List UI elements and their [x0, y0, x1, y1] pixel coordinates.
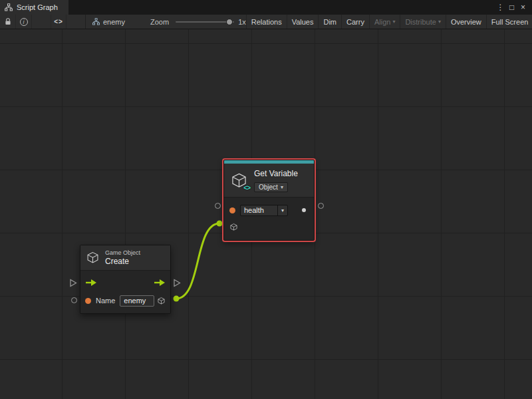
info-button[interactable]: i — [16, 15, 32, 29]
title-bar: Script Graph ⋮ □ × — [0, 0, 532, 15]
flow-input-port[interactable] — [69, 279, 77, 287]
dim-button[interactable]: Dim — [318, 15, 341, 29]
values-button[interactable]: Values — [287, 15, 319, 29]
script-graph-asset-icon — [92, 18, 100, 25]
tab-title: Script Graph — [17, 3, 58, 11]
zoom-slider-knob[interactable] — [226, 19, 233, 25]
flow-output-port[interactable] — [173, 279, 181, 287]
graph-canvas[interactable]: <> Get Variable Object ▾ health ▾ — [0, 29, 532, 399]
variable-name-row: health ▾ — [224, 201, 314, 219]
zoom-label: Zoom — [150, 18, 169, 26]
name-value-port[interactable] — [71, 297, 77, 303]
value-output-port[interactable] — [318, 203, 324, 209]
tab-script-graph[interactable]: Script Graph — [0, 0, 68, 15]
script-graph-window: Script Graph ⋮ □ × i <> — [0, 0, 532, 399]
get-variable-node[interactable]: <> Get Variable Object ▾ health ▾ — [223, 160, 315, 241]
value-output-dot[interactable] — [302, 208, 306, 212]
lock-icon — [5, 18, 11, 25]
object-input-cube-icon[interactable] — [229, 223, 238, 231]
name-parameter-row: Name enemy — [80, 292, 170, 309]
graph-name: enemy — [103, 18, 125, 26]
object-input-row — [224, 219, 314, 235]
zoom-value: 1x — [238, 18, 246, 26]
carry-button[interactable]: Carry — [341, 15, 369, 29]
full-screen-button[interactable]: Full Screen — [486, 15, 532, 29]
zoom-slider-track — [176, 21, 234, 23]
toolbar-left: i <> enemy Zoom 1x — [0, 15, 246, 29]
graph-reference[interactable]: enemy — [86, 18, 132, 26]
chevron-down-icon: ▾ — [281, 207, 284, 213]
code-icon: <> — [54, 18, 63, 25]
zoom-slider[interactable] — [176, 19, 234, 25]
align-button[interactable]: Align ▾ — [369, 15, 400, 29]
get-variable-body: health ▾ — [224, 197, 314, 240]
chevron-down-icon: ▾ — [392, 19, 395, 25]
get-variable-header: <> Get Variable Object ▾ — [224, 164, 314, 197]
create-node-header: Game Object Create — [80, 245, 170, 270]
variable-name-field[interactable]: health ▾ — [240, 205, 288, 216]
graph-icon — [5, 3, 13, 11]
variable-name-value[interactable]: health — [241, 205, 277, 215]
code-icon: <> — [243, 184, 250, 192]
create-node-titles: Game Object Create — [105, 249, 140, 266]
edit-graph-button[interactable]: <> — [51, 15, 66, 29]
window-controls: ⋮ □ × — [495, 0, 532, 15]
lock-button[interactable] — [0, 15, 16, 29]
get-variable-titles: Get Variable Object ▾ — [254, 169, 298, 192]
name-label: Name — [96, 297, 115, 305]
relations-button[interactable]: Relations — [246, 15, 287, 29]
name-input-field[interactable]: enemy — [120, 295, 154, 307]
string-input-dot[interactable] — [85, 298, 91, 304]
chevron-down-icon: ▾ — [438, 19, 441, 25]
node-title: Get Variable — [254, 169, 298, 178]
toolbar-right: Relations Values Dim Carry Align ▾ Distr… — [246, 15, 532, 29]
variable-cube-icon: <> — [230, 172, 248, 190]
node-category: Game Object — [105, 249, 140, 256]
flow-output-arrow-icon[interactable] — [154, 279, 166, 287]
name-input-port[interactable] — [215, 203, 221, 209]
create-game-object-node[interactable]: Game Object Create Name — [80, 245, 171, 314]
string-input-dot[interactable] — [229, 207, 235, 213]
info-icon: i — [20, 18, 28, 26]
close-icon[interactable]: × — [517, 0, 529, 15]
chevron-down-icon: ▾ — [281, 184, 283, 190]
flow-input-arrow-icon[interactable] — [85, 279, 97, 287]
variable-suggestions-dropdown[interactable]: ▾ — [277, 205, 287, 215]
game-object-output-cube-icon[interactable] — [157, 297, 166, 305]
flow-row — [80, 273, 170, 292]
game-object-cube-icon — [86, 251, 100, 265]
graph-toolbar: i <> enemy Zoom 1x — [0, 15, 532, 29]
maximize-icon[interactable]: □ — [506, 0, 517, 15]
variable-scope-dropdown[interactable]: Object ▾ — [254, 182, 288, 192]
distribute-button[interactable]: Distribute ▾ — [400, 15, 445, 29]
create-node-body: Name enemy — [80, 270, 170, 313]
overview-button[interactable]: Overview — [446, 15, 486, 29]
node-title: Create — [105, 257, 140, 266]
connection-wire[interactable] — [176, 223, 219, 299]
window-menu-icon[interactable]: ⋮ — [495, 0, 506, 15]
